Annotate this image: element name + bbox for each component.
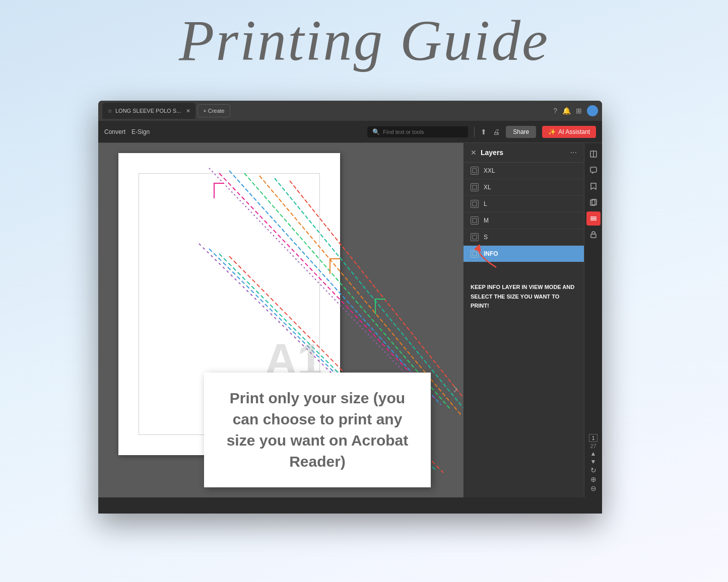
new-tab-button[interactable]: + Create [197,104,230,117]
layer-visibility-icon [471,183,479,191]
search-icon: 🔍 [372,128,380,135]
svg-rect-11 [473,169,477,173]
sidebar-comment-icon[interactable] [586,163,601,177]
svg-rect-27 [591,234,596,238]
browser-window: ☆ LONG SLEEVE POLO S... ✕ + Create ? 🔔 ⊞… [98,101,602,514]
layer-item-xxl[interactable]: XXL [464,163,584,179]
svg-rect-20 [590,167,597,172]
layer-name-s: S [484,234,488,241]
layers-title: Layers [481,149,503,157]
search-input[interactable] [383,129,463,135]
ai-assistant-button[interactable]: ✨ AI Assistant [542,126,596,138]
menu-esign[interactable]: E-Sign [131,128,150,135]
layer-name-xxl: XXL [484,167,495,174]
layers-header: ✕ Layers ··· [464,143,584,163]
page-current: 1 [589,434,597,442]
layers-panel: ✕ Layers ··· XXL XL [463,143,584,497]
search-bar[interactable]: 🔍 [367,126,468,137]
nav-arrow-right[interactable]: › [453,380,458,397]
instruction-text: KEEP INFO LAYER IN VIEW MODE AND SELECT … [471,282,577,311]
layers-more-button[interactable]: ··· [570,148,577,157]
layer-item-m[interactable]: M [464,212,584,229]
scroll-up-btn[interactable]: ▲ [590,450,597,457]
close-tab-icon[interactable]: ✕ [186,108,190,114]
page-number-area: 1 27 ▲ ▼ ↻ ⊕ ⊖ [589,434,597,497]
ai-assistant-label: AI Assistant [558,128,590,135]
help-icon: ? [553,107,557,115]
svg-rect-14 [473,219,477,223]
avatar [587,105,598,116]
layer-visibility-icon [471,167,479,175]
layer-name-l: L [484,200,487,207]
sidebar-bookmark-icon[interactable] [586,179,601,193]
layer-name-xl: XL [484,184,491,191]
cloud-icon: ⬆ [481,128,487,136]
browser-tab[interactable]: ☆ LONG SLEEVE POLO S... ✕ [102,103,195,119]
ai-icon: ✨ [548,128,556,135]
layer-item-xl[interactable]: XL [464,179,584,196]
browser-tabbar: ☆ LONG SLEEVE POLO S... ✕ + Create ? 🔔 ⊞ [98,101,602,121]
separator-line [474,127,475,137]
right-sidebar: 1 27 ▲ ▼ ↻ ⊕ ⊖ [584,143,602,497]
browser-toolbar: Convert E-Sign 🔍 ⬆ 🖨 Share ✨ AI Assistan… [98,121,602,143]
sidebar-lock-icon[interactable] [586,228,601,242]
share-button[interactable]: Share [506,126,536,138]
refresh-btn[interactable]: ↻ [590,466,597,474]
zoom-out-btn[interactable]: ⊖ [590,484,597,492]
menu-convert[interactable]: Convert [104,128,125,135]
sidebar-panel-icon[interactable] [586,147,601,161]
svg-rect-12 [473,185,477,189]
layer-visibility-icon [471,216,479,225]
new-tab-label: + Create [203,108,225,114]
layer-visibility-icon [471,233,479,241]
layer-item-s[interactable]: S [464,229,584,246]
page-title: Printing Guide [179,8,549,74]
print-instruction-text: Print only your size (you can choose to … [219,388,416,472]
print-icon: 🖨 [493,128,500,136]
browser-content: A1 › ⛪ Print only your size (you can cho… [98,143,602,497]
layer-visibility-icon [471,200,479,208]
grid-icon: ⊞ [576,107,582,115]
zoom-in-btn[interactable]: ⊕ [590,475,597,483]
svg-rect-15 [473,235,477,239]
layer-item-l[interactable]: L [464,196,584,212]
bell-icon: 🔔 [562,107,571,115]
svg-rect-13 [473,202,477,206]
sidebar-pages-icon[interactable] [586,195,601,209]
print-instruction-box: Print only your size (you can choose to … [204,373,431,487]
page-total: 27 [590,443,596,449]
arrow-svg [471,245,501,270]
tab-title: LONG SLEEVE POLO S... [115,108,181,114]
layer-name-m: M [484,217,489,224]
star-icon: ☆ [107,108,112,114]
sidebar-layers-icon[interactable] [586,211,601,226]
layer-instruction-area: KEEP INFO LAYER IN VIEW MODE AND SELECT … [464,262,584,321]
share-label: Share [513,128,529,135]
scroll-down-btn[interactable]: ▼ [590,458,597,465]
layers-close-button[interactable]: ✕ [471,149,477,157]
